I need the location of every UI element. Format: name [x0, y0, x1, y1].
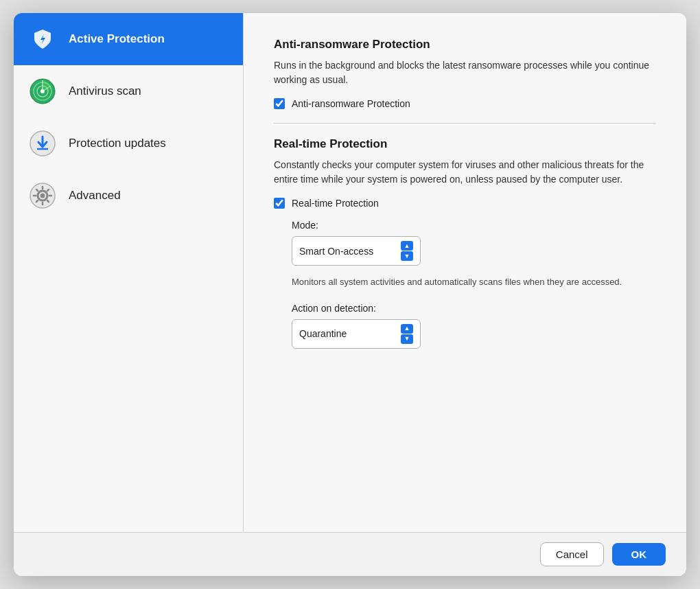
dialog-footer: Cancel OK	[14, 532, 686, 576]
action-select[interactable]: Quarantine Delete Ask	[299, 328, 395, 339]
anti-ransomware-desc: Runs in the background and blocks the la…	[274, 58, 656, 87]
realtime-checkbox-row: Real-time Protection	[274, 198, 656, 209]
sidebar-item-protection-updates[interactable]: Protection updates	[14, 117, 243, 170]
realtime-checkbox-label: Real-time Protection	[292, 198, 379, 209]
realtime-checkbox[interactable]	[274, 198, 285, 209]
section-divider	[274, 123, 656, 124]
sidebar-item-advanced[interactable]: Advanced	[14, 170, 243, 222]
sidebar: Active Protection Antivirus scan	[14, 13, 244, 532]
anti-ransomware-checkbox-label: Anti-ransomware Protection	[292, 98, 410, 109]
mode-stepper-down[interactable]: ▼	[401, 251, 413, 261]
realtime-settings: Mode: Smart On-access On-access On-execu…	[292, 220, 656, 358]
dialog: Active Protection Antivirus scan	[14, 13, 686, 576]
ok-button[interactable]: OK	[612, 543, 666, 566]
svg-line-15	[36, 189, 38, 191]
realtime-section: Real-time Protection Constantly checks y…	[274, 137, 656, 358]
action-label: Action on detection:	[292, 303, 656, 314]
dialog-body: Active Protection Antivirus scan	[14, 13, 686, 532]
cancel-button[interactable]: Cancel	[540, 542, 604, 566]
download-arrow-icon	[27, 128, 58, 159]
anti-ransomware-section: Anti-ransomware Protection Runs in the b…	[274, 38, 656, 109]
sidebar-label-active-protection: Active Protection	[69, 32, 165, 46]
mode-select-wrapper: Smart On-access On-access On-execute ▲ ▼	[292, 236, 421, 266]
anti-ransomware-checkbox[interactable]	[274, 98, 285, 109]
svg-line-16	[47, 200, 49, 202]
radar-icon	[27, 76, 58, 106]
svg-point-10	[40, 194, 45, 198]
mode-stepper-up[interactable]: ▲	[401, 241, 413, 251]
svg-line-18	[36, 200, 38, 202]
sidebar-item-active-protection[interactable]: Active Protection	[14, 13, 243, 65]
sidebar-label-protection-updates: Protection updates	[69, 137, 166, 150]
action-stepper: ▲ ▼	[401, 324, 413, 344]
sidebar-label-advanced: Advanced	[69, 189, 121, 203]
realtime-title: Real-time Protection	[274, 137, 656, 151]
mode-description: Monitors all system activities and autom…	[292, 275, 649, 289]
sidebar-item-antivirus-scan[interactable]: Antivirus scan	[14, 65, 243, 117]
anti-ransomware-checkbox-row: Anti-ransomware Protection	[274, 98, 656, 109]
mode-select[interactable]: Smart On-access On-access On-execute	[299, 246, 395, 257]
gear-icon	[27, 181, 58, 211]
realtime-desc: Constantly checks your computer system f…	[274, 158, 656, 187]
action-select-wrapper: Quarantine Delete Ask ▲ ▼	[292, 319, 421, 349]
sidebar-label-antivirus-scan: Antivirus scan	[69, 84, 141, 98]
action-stepper-up[interactable]: ▲	[401, 324, 413, 334]
anti-ransomware-title: Anti-ransomware Protection	[274, 38, 656, 51]
svg-line-17	[47, 189, 49, 191]
main-content: Anti-ransomware Protection Runs in the b…	[244, 13, 686, 532]
mode-stepper: ▲ ▼	[401, 241, 413, 261]
shield-bolt-icon	[27, 24, 58, 54]
action-stepper-down[interactable]: ▼	[401, 334, 413, 344]
mode-label: Mode:	[292, 220, 656, 231]
